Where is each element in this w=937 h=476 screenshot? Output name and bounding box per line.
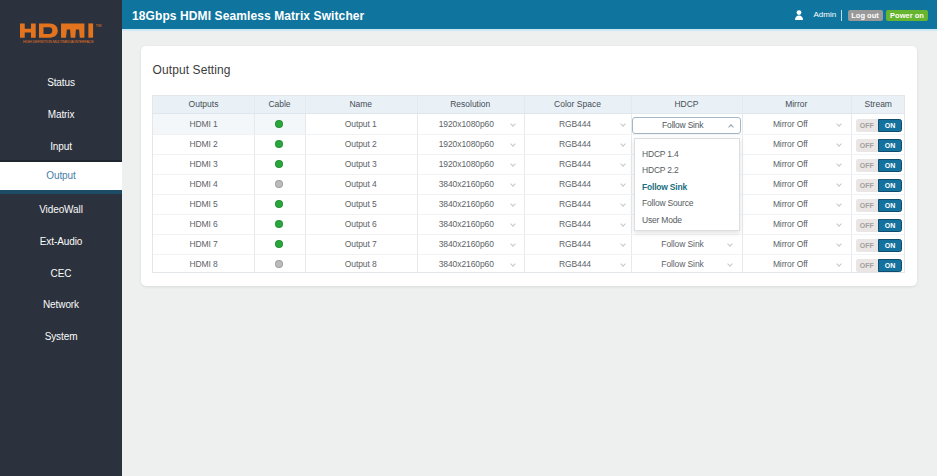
svg-text:TM: TM [96, 23, 102, 28]
